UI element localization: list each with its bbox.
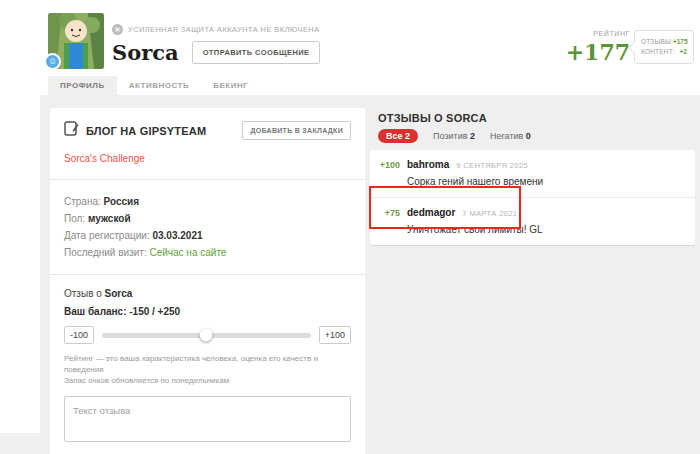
review-text: Уничтожает свои лимиты! GL [407, 224, 683, 235]
tab-activity[interactable]: АКТИВНОСТЬ [117, 76, 202, 95]
rating-hint: Рейтинг — это ваша характеристика челове… [64, 353, 351, 386]
review-item: +75 dedmagor 7 МАРТА 2021 Уничтожает сво… [370, 197, 695, 245]
filter-all[interactable]: Все 2 [378, 129, 418, 143]
review-form-title: Отзыв о Sorca [64, 288, 351, 299]
blog-icon [64, 121, 79, 140]
review-filters: Все 2 Позитив 2 Негатив 0 [378, 129, 531, 143]
filter-negative[interactable]: Негатив 0 [490, 131, 531, 141]
content-score-value: +2 [680, 47, 687, 57]
protection-notice-text: УСИЛЕННАЯ ЗАЩИТА АККАУНТА НЕ ВКЛЮЧЕНА [128, 25, 320, 34]
review-item: +100 bahroma 9 СЕНТЯБРЯ 2025 Сорка гений… [370, 150, 695, 197]
review-date: 9 СЕНТЯБРЯ 2025 [456, 161, 528, 170]
tab-backing[interactable]: БЕКИНГ [201, 76, 260, 95]
slider-handle[interactable] [200, 329, 213, 342]
blog-section: БЛОГ НА GIPSYTEAM ДОБАВИТЬ В ЗАКЛАДКИ So… [50, 108, 365, 179]
rating-breakdown-bubble: ОТЗЫВЫ: +175 КОНТЕНТ: +2 [634, 30, 694, 64]
review-author-link[interactable]: bahroma [407, 159, 449, 170]
profile-tabs: ПРОФИЛЬ АКТИВНОСТЬ БЕКИНГ [48, 76, 260, 95]
info-row-registration: Дата регистрации: 03.03.2021 [64, 227, 351, 244]
reviews-list: +100 bahroma 9 СЕНТЯБРЯ 2025 Сорка гений… [370, 150, 695, 245]
slider-track[interactable] [102, 333, 311, 338]
review-date: 7 МАРТА 2021 [462, 209, 517, 218]
filter-positive[interactable]: Позитив 2 [433, 131, 475, 141]
add-bookmark-button[interactable]: ДОБАВИТЬ В ЗАКЛАДКИ [242, 121, 351, 140]
reviews-panel-title: ОТЗЫВЫ О SORCA [378, 112, 487, 124]
review-text: Сорка гений нашего времени [407, 176, 683, 187]
content-score-label: КОНТЕНТ: [641, 47, 675, 57]
avatar-status-badge-icon: ☺ [44, 53, 61, 70]
review-form-section: Отзыв о Sorca Ваш баланс: -150 / +250 -1… [50, 274, 365, 454]
review-text-input[interactable] [64, 396, 351, 442]
online-status-link[interactable]: Сейчас на сайте [149, 247, 226, 258]
rating-label: РЕЙТИНГ [530, 30, 630, 37]
reviews-score-value: +175 [673, 37, 688, 47]
blog-link[interactable]: Sorca's Challenge [64, 153, 145, 164]
page-title-username: Sorca [112, 40, 179, 65]
info-row-gender: Пол: мужской [64, 210, 351, 227]
send-message-button[interactable]: ОТПРАВИТЬ СООБЩЕНИЕ [192, 41, 321, 64]
shield-off-icon: ✕ [112, 24, 123, 35]
blog-section-title: БЛОГ НА GIPSYTEAM [86, 125, 206, 137]
rating-block: РЕЙТИНГ +177 [530, 30, 630, 65]
profile-card: БЛОГ НА GIPSYTEAM ДОБАВИТЬ В ЗАКЛАДКИ So… [50, 108, 365, 454]
user-header: ✕ УСИЛЕННАЯ ЗАЩИТА АККАУНТА НЕ ВКЛЮЧЕНА … [112, 24, 320, 65]
review-score: +100 [378, 160, 400, 170]
rating-value: +177 [530, 39, 630, 65]
info-row-country: Страна: Россия [64, 193, 351, 210]
review-score: +75 [378, 208, 400, 218]
content-background-strip [0, 433, 40, 454]
balance-text: Ваш баланс: -150 / +250 [64, 306, 351, 317]
slider-max-box[interactable]: +100 [319, 326, 351, 344]
review-author-link[interactable]: dedmagor [407, 207, 455, 218]
protection-notice: ✕ УСИЛЕННАЯ ЗАЩИТА АККАУНТА НЕ ВКЛЮЧЕНА [112, 24, 320, 35]
info-section: Страна: Россия Пол: мужской Дата регистр… [50, 179, 365, 274]
reviews-score-label: ОТЗЫВЫ: [641, 37, 673, 47]
slider-min-box[interactable]: -100 [64, 326, 94, 344]
tab-profile[interactable]: ПРОФИЛЬ [48, 76, 117, 95]
rating-slider: -100 +100 [64, 326, 351, 344]
info-row-last-visit: Последний визит: Сейчас на сайте [64, 244, 351, 261]
